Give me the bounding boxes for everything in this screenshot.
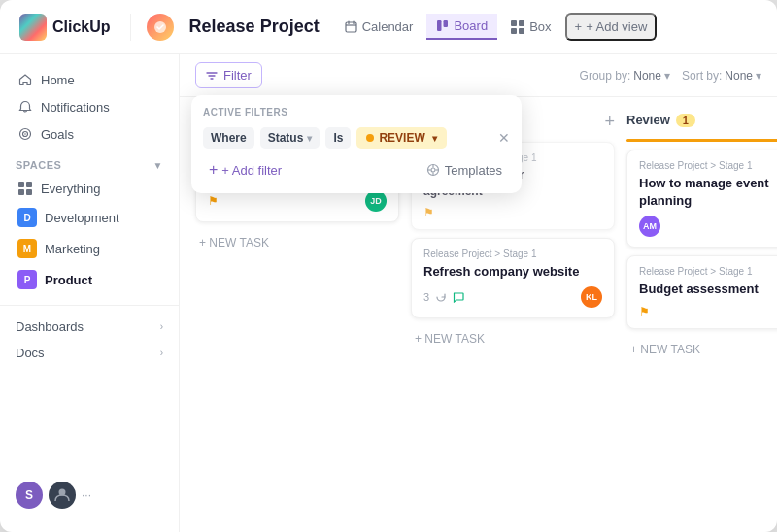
chat-icon	[453, 291, 464, 303]
svg-point-9	[24, 133, 26, 135]
svg-point-15	[431, 168, 435, 172]
filter-footer: + + Add filter Templates	[203, 158, 510, 182]
new-task-btn-1[interactable]: + NEW TASK	[195, 230, 399, 255]
sort-by-control[interactable]: Sort by: None ▾	[682, 69, 761, 83]
board-nav-btn[interactable]: Board	[426, 14, 497, 40]
spaces-chevron: ▼	[153, 160, 163, 171]
card-flag-yellow: ⚑	[208, 194, 219, 208]
card-event-planning[interactable]: Release Project > Stage 1 How to manage …	[626, 150, 777, 248]
column-review-title: Review 1	[626, 113, 695, 127]
column-2-add-btn[interactable]: +	[604, 113, 615, 130]
sidebar-footer: S ···	[0, 470, 179, 520]
home-icon	[17, 72, 33, 87]
body: Home Notifications Goals Spaces ▼	[0, 54, 777, 532]
groupby-chevron: ▾	[664, 69, 670, 83]
everything-icon	[17, 181, 33, 196]
is-tag[interactable]: Is	[325, 127, 351, 149]
sidebar-item-dashboards[interactable]: Dashboards ›	[0, 312, 179, 338]
filter-icon	[206, 70, 218, 82]
dashboards-chevron: ›	[160, 321, 163, 332]
card-refresh-website[interactable]: Release Project > Stage 1 Refresh compan…	[411, 238, 615, 318]
add-filter-btn[interactable]: + + Add filter	[203, 158, 287, 182]
review-title-bar	[626, 139, 777, 142]
card-title: How to manage event planning	[639, 175, 777, 210]
marketing-dot: M	[17, 239, 37, 258]
column-review: Review 1 Release Project > Stage 1 How t…	[626, 109, 777, 362]
card-count: 3	[423, 291, 429, 303]
card-meta: Release Project > Stage 1	[639, 160, 777, 171]
card-title: Refresh company website	[423, 263, 602, 281]
avatar-s: S	[16, 482, 43, 509]
svg-rect-5	[437, 20, 442, 31]
card-meta: Release Project > Stage 1	[639, 266, 777, 277]
calendar-nav-btn[interactable]: Calendar	[335, 15, 423, 39]
svg-rect-6	[444, 20, 449, 27]
status-tag[interactable]: Status ▾	[260, 127, 321, 149]
board-icon	[436, 19, 449, 32]
card-budget[interactable]: Release Project > Stage 1 Budget assessm…	[626, 255, 777, 328]
sidebar-divider-1	[0, 305, 179, 306]
sidebar-item-goals[interactable]: Goals	[8, 120, 171, 148]
card-flag-yellow: ⚑	[639, 305, 650, 318]
spaces-section: Everything D Development M Marketing	[0, 175, 179, 295]
app-name: ClickUp	[52, 18, 111, 36]
sidebar-item-home[interactable]: Home	[8, 66, 171, 93]
sidebar-item-development[interactable]: D Development	[8, 202, 171, 233]
sidebar-item-docs[interactable]: Docs ›	[0, 338, 179, 364]
main-content: Filter ACTIVE FILTERS Where Status ▾	[180, 54, 777, 532]
calendar-icon	[345, 20, 357, 33]
new-task-btn-review[interactable]: + NEW TASK	[626, 337, 777, 362]
add-filter-plus: +	[209, 162, 218, 178]
templates-icon	[426, 163, 440, 177]
sidebar-main-nav: Home Notifications Goals	[0, 66, 179, 148]
review-chevron: ▾	[432, 133, 437, 144]
logo: ClickUp	[19, 14, 111, 41]
logo-icon	[19, 14, 47, 41]
card-footer: ⚑	[423, 206, 602, 219]
target-icon	[17, 126, 33, 142]
active-filters-label: ACTIVE FILTERS	[203, 107, 510, 117]
card-footer: AM	[639, 216, 777, 237]
avatar-user	[49, 482, 76, 509]
svg-rect-1	[346, 22, 356, 32]
add-view-plus: +	[575, 19, 583, 34]
product-dot: P	[17, 270, 37, 289]
more-icon[interactable]: ···	[82, 488, 91, 502]
new-task-btn-2[interactable]: + NEW TASK	[411, 326, 615, 351]
card-title: Budget assessment	[639, 281, 777, 298]
header-nav: Calendar Board Box + + Add view	[335, 13, 658, 41]
card-footer: ⚑ JD	[208, 190, 387, 212]
card-footer: ⚑	[639, 305, 777, 318]
review-chip[interactable]: REVIEW ▾	[356, 127, 446, 149]
filter-dropdown: ACTIVE FILTERS Where Status ▾ Is	[191, 95, 522, 193]
sidebar-item-everything[interactable]: Everything	[8, 175, 171, 202]
spaces-header: Spaces ▼	[0, 151, 179, 175]
box-icon	[511, 20, 524, 34]
card-avatar-orange: KL	[581, 286, 602, 308]
refresh-icon	[435, 291, 447, 303]
group-by-control[interactable]: Group by: None ▾	[580, 69, 670, 83]
sidebar-item-marketing[interactable]: M Marketing	[8, 233, 171, 264]
card-footer: 3 KL	[423, 286, 602, 308]
column-review-header: Review 1	[626, 109, 777, 131]
card-actions: 3	[423, 291, 464, 303]
project-icon	[147, 14, 174, 41]
status-chevron: ▾	[307, 133, 312, 144]
templates-btn[interactable]: Templates	[419, 159, 510, 182]
sidebar-item-notifications[interactable]: Notifications	[8, 93, 171, 120]
toolbar: Filter ACTIVE FILTERS Where Status ▾	[180, 54, 777, 97]
where-tag[interactable]: Where	[203, 127, 254, 149]
sidebar-item-product[interactable]: P Product	[8, 264, 171, 295]
bell-icon	[17, 99, 33, 115]
filter-close-btn[interactable]: ✕	[498, 130, 510, 146]
filter-row: Where Status ▾ Is REVIEW ▾	[203, 127, 510, 149]
groupby-sort: Group by: None ▾ Sort by: None ▾	[580, 69, 761, 83]
box-nav-btn[interactable]: Box	[501, 15, 560, 39]
card-meta: Release Project > Stage 1	[423, 249, 602, 259]
sidebar: Home Notifications Goals Spaces ▼	[0, 54, 180, 532]
filter-button[interactable]: Filter	[195, 62, 262, 88]
header: ClickUp Release Project Calendar Board B…	[0, 0, 777, 54]
docs-chevron: ›	[160, 348, 163, 358]
add-view-btn[interactable]: + + Add view	[565, 13, 658, 41]
card-avatar-purple: AM	[639, 216, 660, 237]
